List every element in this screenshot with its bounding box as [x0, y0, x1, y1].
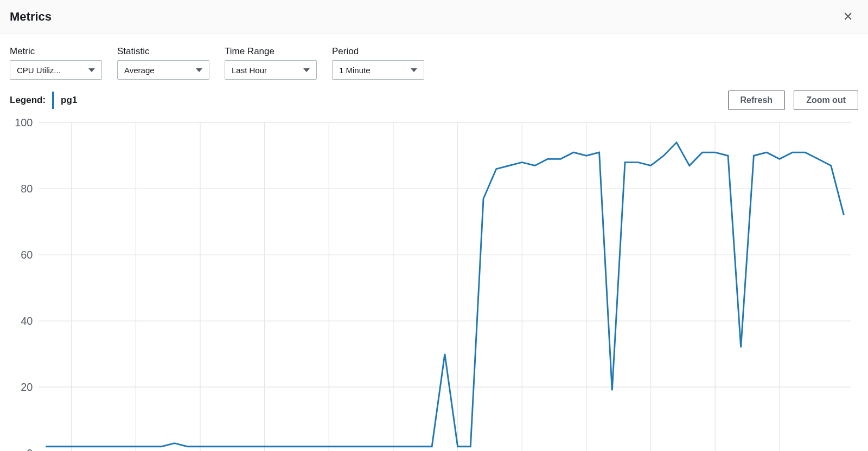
svg-text:20: 20	[21, 381, 33, 393]
svg-text:80: 80	[21, 183, 33, 195]
chevron-down-icon	[411, 68, 417, 72]
svg-text:60: 60	[21, 249, 33, 261]
statistic-value: Average	[124, 66, 155, 75]
close-button[interactable]: ✕	[838, 8, 858, 26]
svg-text:40: 40	[21, 315, 33, 327]
chart-container: 02040608010001/0715:3001/0715:3501/0715:…	[0, 113, 868, 451]
svg-text:0: 0	[27, 447, 33, 451]
legend: Legend: pg1	[10, 92, 77, 109]
legend-series-name: pg1	[61, 95, 77, 106]
period-dropdown[interactable]: 1 Minute	[332, 60, 424, 80]
timerange-group: Time Range Last Hour	[225, 46, 317, 80]
zoom-out-button[interactable]: Zoom out	[794, 91, 858, 110]
period-value: 1 Minute	[339, 66, 371, 75]
refresh-button[interactable]: Refresh	[728, 91, 786, 110]
page-title: Metrics	[10, 10, 52, 24]
legend-title: Legend:	[10, 95, 46, 106]
timerange-value: Last Hour	[232, 66, 267, 75]
series-pg1	[46, 143, 844, 447]
controls-row: Metric CPU Utiliz... Statistic Average T…	[0, 34, 868, 85]
period-label: Period	[332, 46, 424, 57]
close-icon: ✕	[843, 10, 853, 23]
statistic-group: Statistic Average	[117, 46, 209, 80]
legend-row: Legend: pg1 Refresh Zoom out	[0, 85, 868, 113]
action-buttons: Refresh Zoom out	[728, 91, 858, 110]
metric-label: Metric	[10, 46, 102, 57]
statistic-label: Statistic	[117, 46, 209, 57]
legend-swatch	[52, 92, 54, 109]
metric-value: CPU Utiliz...	[17, 66, 61, 75]
timerange-label: Time Range	[225, 46, 317, 57]
metric-dropdown[interactable]: CPU Utiliz...	[10, 60, 102, 80]
statistic-dropdown[interactable]: Average	[117, 60, 209, 80]
timerange-dropdown[interactable]: Last Hour	[225, 60, 317, 80]
chevron-down-icon	[88, 68, 95, 72]
header-bar: Metrics ✕	[0, 0, 868, 34]
svg-text:100: 100	[15, 117, 33, 128]
period-group: Period 1 Minute	[332, 46, 424, 80]
metric-group: Metric CPU Utiliz...	[10, 46, 102, 80]
cpu-utilization-chart: 02040608010001/0715:3001/0715:3501/0715:…	[10, 115, 858, 451]
chevron-down-icon	[196, 68, 202, 72]
chevron-down-icon	[303, 68, 310, 72]
